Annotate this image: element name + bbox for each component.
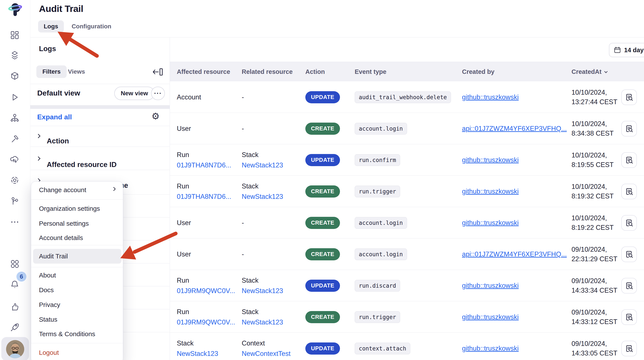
menu-item-personal-settings[interactable]: Personal settings bbox=[39, 220, 89, 227]
event-type-chip: run.confirm bbox=[355, 154, 400, 166]
menu-item-terms[interactable]: Terms & Conditions bbox=[39, 330, 95, 338]
event-type-chip: run.trigger bbox=[355, 311, 400, 323]
created-at-cell: 09/10/2024, 14:33:34 CEST bbox=[572, 270, 618, 301]
spacelift-mascot-icon bbox=[6, 1, 25, 18]
affected-resource-link[interactable]: 01J9THA8N7D6... bbox=[177, 193, 238, 201]
sidebar-item-launchpad[interactable] bbox=[9, 321, 21, 333]
account-menu-button[interactable] bbox=[1, 337, 29, 360]
created-by-link[interactable]: github::truszkowski bbox=[462, 188, 519, 195]
menu-item-change-account[interactable]: Change account bbox=[39, 186, 86, 194]
table-row: Stack NewStack123 Context NewContextTest… bbox=[170, 333, 644, 360]
menu-item-docs[interactable]: Docs bbox=[39, 286, 54, 294]
new-view-button[interactable]: New view bbox=[114, 87, 154, 100]
filters-tab[interactable]: Filters bbox=[36, 65, 67, 78]
affected-resource-link[interactable]: 01J9RM9QWC0V... bbox=[177, 318, 238, 326]
affected-resource-link[interactable]: 01J9THA8N7D6... bbox=[177, 161, 238, 169]
created-date: 10/10/2024, bbox=[572, 214, 614, 223]
sidebar-item-more[interactable] bbox=[9, 216, 21, 228]
divider bbox=[123, 332, 170, 332]
affected-resource-type: Stack bbox=[177, 339, 238, 347]
created-by-link[interactable]: api::01J7ZWZM4YF6XEP3VFHQ... bbox=[462, 250, 567, 258]
related-resource-link[interactable]: NewStack123 bbox=[242, 318, 300, 326]
filter-section-action[interactable]: Action bbox=[30, 129, 170, 147]
view-log-details-button[interactable] bbox=[621, 121, 637, 136]
created-by-cell: github::truszkowski bbox=[462, 144, 519, 176]
created-by-link[interactable]: github::truszkowski bbox=[462, 156, 519, 164]
affected-resource-type: User bbox=[177, 250, 238, 258]
sidebar-item-apps[interactable] bbox=[9, 258, 21, 270]
related-resource-type: Context bbox=[242, 339, 300, 347]
related-resource-link[interactable]: NewStack123 bbox=[242, 161, 300, 169]
row-actions-cell bbox=[621, 176, 637, 207]
created-by-link[interactable]: api::01J7ZWZM4YF6XEP3VFHQ... bbox=[462, 125, 567, 133]
menu-item-account-details[interactable]: Account details bbox=[39, 234, 83, 241]
view-log-details-button[interactable] bbox=[621, 246, 637, 262]
view-log-details-button[interactable] bbox=[621, 152, 637, 168]
tab-configuration[interactable]: Configuration bbox=[72, 23, 112, 30]
sidebar-item-stacks[interactable] bbox=[9, 49, 21, 61]
created-by-link[interactable]: github::truszkowski bbox=[462, 345, 519, 352]
menu-item-organization-settings[interactable]: Organization settings bbox=[39, 205, 100, 212]
table-row: Account - UPDATE audit_trail_webhook.del… bbox=[170, 82, 644, 113]
sidebar-item-worker-pools[interactable] bbox=[9, 133, 21, 145]
sidebar-item-modules[interactable] bbox=[9, 70, 21, 82]
affected-resource-type: Run bbox=[177, 151, 238, 159]
created-time: 14:33:12 CEST bbox=[572, 317, 618, 326]
filter-settings-gear-icon[interactable]: ⚙ bbox=[152, 111, 160, 122]
views-tab[interactable]: Views bbox=[68, 65, 85, 78]
sidebar-item-dashboard[interactable] bbox=[9, 29, 21, 41]
view-log-details-button[interactable] bbox=[621, 278, 637, 293]
sidebar-item-feedback[interactable] bbox=[9, 301, 21, 313]
created-at-cell: 10/10/2024, 8:34:38 CEST bbox=[572, 113, 614, 144]
affected-resource-link[interactable]: 01J9RM9QWC0V... bbox=[177, 287, 238, 295]
view-log-details-button[interactable] bbox=[621, 90, 637, 105]
row-actions-cell bbox=[621, 207, 637, 238]
menu-item-status[interactable]: Status bbox=[39, 316, 57, 323]
affected-resource-type: Run bbox=[177, 182, 238, 190]
spacelift-logo[interactable] bbox=[6, 1, 25, 18]
affected-resource-cell: Account bbox=[177, 82, 238, 113]
created-by-link[interactable]: github::truszkowski bbox=[462, 219, 519, 227]
menu-item-about[interactable]: About bbox=[39, 272, 56, 279]
column-header-created-at[interactable]: CreatedAt bbox=[572, 62, 608, 82]
related-resource-cell: Stack NewStack123 bbox=[242, 176, 300, 207]
sidebar-item-spaces[interactable] bbox=[9, 112, 21, 124]
related-resource-type: - bbox=[242, 125, 300, 133]
affected-resource-link[interactable]: NewStack123 bbox=[177, 350, 238, 357]
related-resource-link[interactable]: NewStack123 bbox=[242, 193, 300, 201]
view-log-details-button[interactable] bbox=[621, 341, 637, 356]
collapse-panel-button[interactable] bbox=[152, 67, 164, 77]
sidebar-item-runs[interactable] bbox=[9, 91, 21, 103]
event-type-cell: context.attach bbox=[355, 333, 410, 360]
created-by-link[interactable]: github::truszkowski bbox=[462, 313, 519, 321]
created-by-link[interactable]: github::truszkowski bbox=[462, 93, 519, 101]
audit-log-table: Account - UPDATE audit_trail_webhook.del… bbox=[170, 82, 644, 360]
filter-section-affected-resource-id[interactable]: Affected resource ID bbox=[30, 150, 170, 170]
column-header-affected-resource: Affected resource bbox=[177, 62, 230, 82]
sidebar-item-cloud-integrations[interactable] bbox=[9, 153, 21, 165]
created-date: 10/10/2024, bbox=[572, 119, 614, 128]
sidebar-item-source-code[interactable] bbox=[9, 195, 21, 207]
affected-resource-cell: Run 01J9RM9QWC0V... bbox=[177, 270, 238, 301]
view-more-options-button[interactable]: ··· bbox=[151, 87, 165, 100]
related-resource-cell: - bbox=[242, 238, 300, 270]
menu-item-logout[interactable]: Logout bbox=[39, 349, 59, 356]
notification-count-badge: 6 bbox=[16, 272, 26, 282]
created-date: 10/10/2024, bbox=[572, 88, 618, 97]
date-range-button[interactable]: 14 days bbox=[609, 43, 644, 57]
related-resource-cell: Stack NewStack123 bbox=[242, 270, 300, 301]
sidebar-rail: 6 bbox=[0, 0, 30, 360]
view-log-details-button[interactable] bbox=[621, 184, 637, 199]
created-at-cell: 09/10/2024, 22:31:29 CEST bbox=[572, 238, 618, 270]
related-resource-link[interactable]: NewContextTest bbox=[242, 350, 300, 357]
sidebar-item-resources[interactable] bbox=[9, 174, 21, 186]
menu-item-privacy[interactable]: Privacy bbox=[39, 301, 60, 308]
related-resource-link[interactable]: NewStack123 bbox=[242, 287, 300, 295]
menu-item-audit-trail[interactable]: Audit Trail bbox=[39, 253, 68, 260]
divider bbox=[123, 286, 170, 286]
expand-all-link[interactable]: Expand all bbox=[37, 113, 72, 121]
view-log-details-button[interactable] bbox=[621, 309, 637, 325]
created-by-link[interactable]: github::truszkowski bbox=[462, 282, 519, 290]
tab-logs[interactable]: Logs bbox=[38, 20, 64, 33]
view-log-details-button[interactable] bbox=[621, 215, 637, 231]
